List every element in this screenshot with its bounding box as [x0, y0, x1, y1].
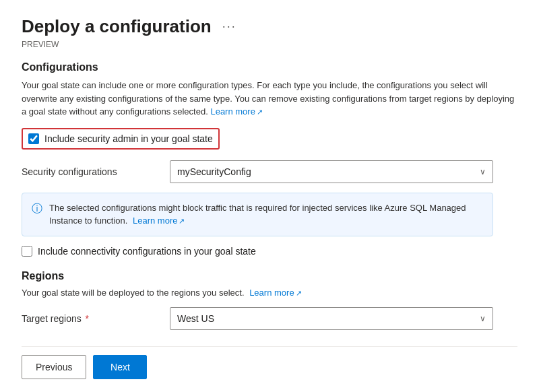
target-regions-chevron-icon: ∨: [480, 314, 486, 323]
next-button[interactable]: Next: [93, 355, 147, 379]
page-title: Deploy a configuration: [22, 16, 212, 37]
regions-description: Your goal state will be deployed to the …: [22, 288, 517, 298]
security-configurations-field: Security configurations mySecurityConfig…: [22, 160, 517, 183]
security-configurations-label: Security configurations: [22, 166, 170, 177]
required-indicator: *: [83, 313, 89, 324]
preview-label: PREVIEW: [22, 40, 517, 49]
previous-button[interactable]: Previous: [22, 355, 86, 379]
configurations-description: Your goal state can include one or more …: [22, 79, 517, 119]
security-admin-checkbox[interactable]: [28, 133, 39, 144]
connectivity-checkbox[interactable]: [22, 246, 32, 257]
target-regions-value: West US: [177, 313, 214, 324]
security-configurations-dropdown[interactable]: mySecurityConfig ∨: [170, 160, 493, 183]
target-regions-label: Target regions *: [22, 313, 170, 324]
footer: Previous Next: [22, 346, 517, 379]
regions-heading: Regions: [22, 270, 517, 282]
ellipsis-menu-button[interactable]: ···: [218, 18, 241, 35]
security-configurations-value: mySecurityConfig: [177, 166, 251, 177]
configurations-learn-more-link[interactable]: Learn more↗: [210, 106, 262, 117]
connectivity-label[interactable]: Include connectivity configurations in y…: [38, 246, 256, 257]
chevron-down-icon: ∨: [480, 167, 486, 176]
security-info-box: ⓘ The selected configurations might bloc…: [22, 193, 493, 236]
regions-learn-more-link[interactable]: Learn more↗: [249, 288, 301, 298]
security-admin-label[interactable]: Include security admin in your goal stat…: [44, 133, 213, 144]
learn-more-external-icon: ↗: [257, 106, 263, 118]
info-learn-more-external-icon: ↗: [179, 216, 185, 227]
security-admin-checkbox-row: Include security admin in your goal stat…: [22, 128, 220, 150]
info-box-learn-more-link[interactable]: Learn more↗: [133, 216, 185, 226]
target-regions-dropdown[interactable]: West US ∨: [170, 307, 493, 330]
info-box-text: The selected configurations might block …: [49, 201, 483, 228]
target-regions-field: Target regions * i West US ∨: [22, 307, 517, 330]
info-circle-icon: ⓘ: [32, 202, 42, 216]
connectivity-checkbox-row: Include connectivity configurations in y…: [22, 246, 517, 257]
configurations-heading: Configurations: [22, 61, 517, 73]
regions-learn-more-external-icon: ↗: [296, 289, 302, 298]
